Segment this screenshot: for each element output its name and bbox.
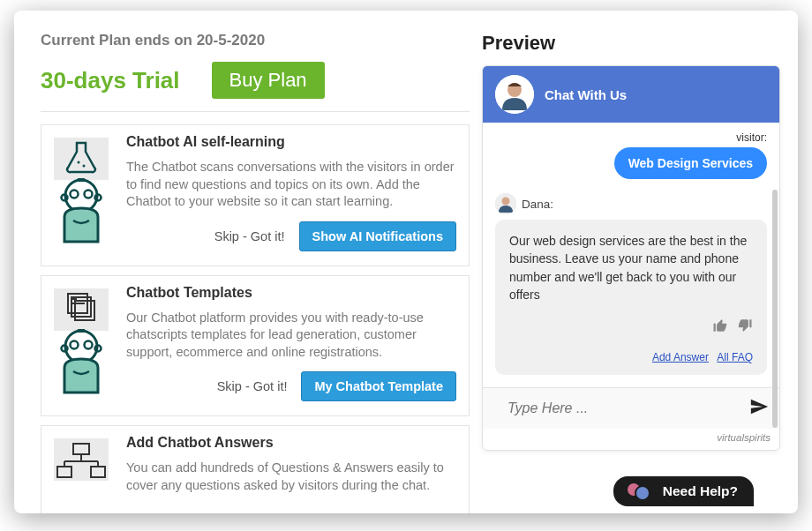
visitor-label: visitor:: [495, 131, 767, 144]
chat-input-row: [483, 387, 779, 429]
agent-avatar-small: [495, 193, 516, 214]
chat-body: visitor: Web Design Services Dana: Our w…: [483, 123, 779, 382]
buy-plan-button[interactable]: Buy Plan: [212, 62, 325, 99]
flowchart-icon: [52, 437, 110, 490]
svg-point-4: [71, 191, 79, 198]
card-icon: [50, 435, 112, 505]
scrollbar[interactable]: [772, 190, 778, 428]
chat-widget: Chat With Us visitor: Web Design Service…: [482, 65, 780, 451]
svg-point-32: [502, 198, 510, 206]
plan-ends-label: Current Plan ends on 20-5-2020: [41, 32, 470, 49]
avatar-icon: [495, 193, 516, 214]
thumbs-down-icon[interactable]: [737, 318, 753, 338]
left-column: Current Plan ends on 20-5-2020 30-days T…: [41, 32, 470, 513]
chat-header: Chat With Us: [483, 66, 779, 123]
add-answer-link[interactable]: Add Answer: [652, 351, 709, 363]
agent-name: Dana:: [522, 198, 553, 211]
card-title: Add Chatbot Answers: [126, 435, 456, 451]
help-avatars-icon: [626, 482, 656, 501]
powered-by: virtualspirits: [483, 429, 779, 450]
agent-message-bubble: Our web design services are the best in …: [495, 220, 767, 375]
card-title: Chatbot Templates: [126, 285, 456, 301]
avatar-icon: [495, 75, 534, 114]
card-title: Chatbot AI self-learning: [126, 134, 456, 150]
card-body: Add Chatbot Answers You can add hundreds…: [126, 435, 456, 505]
card-add-answers: Add Chatbot Answers You can add hundreds…: [41, 425, 470, 513]
agent-message-text: Our web design services are the best in …: [509, 232, 753, 303]
agent-row: Dana:: [495, 193, 767, 214]
need-help-button[interactable]: Need Help?: [613, 476, 754, 506]
card-chatbot-templates: Chatbot Templates Our Chatbot platform p…: [41, 275, 470, 417]
my-chatbot-template-button[interactable]: My Chatbot Template: [301, 371, 456, 401]
flask-robot-icon: [52, 136, 110, 251]
plan-row: 30-days Trial Buy Plan: [41, 62, 470, 112]
card-icon: [50, 285, 112, 402]
skip-link[interactable]: Skip - Got it!: [217, 379, 288, 393]
svg-rect-9: [54, 288, 109, 331]
card-description: You can add hundreds of Questions & Answ…: [126, 460, 456, 494]
skip-link[interactable]: Skip - Got it!: [214, 229, 285, 243]
svg-point-2: [83, 165, 86, 168]
chat-input[interactable]: [508, 400, 741, 416]
trial-title: 30-days Trial: [41, 67, 180, 94]
svg-rect-13: [71, 296, 77, 300]
card-actions: Skip - Got it! Show AI Notifications: [126, 221, 456, 251]
card-icon: [50, 134, 112, 251]
need-help-label: Need Help?: [663, 483, 738, 499]
svg-rect-14: [71, 303, 85, 304]
card-description: The Chatbot scans conversations with the…: [126, 159, 456, 211]
svg-point-1: [78, 161, 80, 164]
svg-point-16: [71, 340, 79, 348]
page-container: Current Plan ends on 20-5-2020 30-days T…: [14, 11, 798, 513]
svg-rect-6: [78, 178, 85, 182]
svg-rect-18: [78, 329, 85, 333]
all-faq-link[interactable]: All FAQ: [717, 351, 753, 363]
card-description: Our Chatbot platform provides you with r…: [126, 310, 456, 362]
send-icon[interactable]: [749, 397, 769, 420]
card-body: Chatbot Templates Our Chatbot platform p…: [126, 285, 456, 402]
card-body: Chatbot AI self-learning The Chatbot sca…: [126, 134, 456, 251]
right-column: Preview Chat With Us visitor: Web Design…: [482, 32, 780, 513]
agent-avatar-large: [495, 75, 534, 114]
card-actions: Skip - Got it! My Chatbot Template: [126, 371, 456, 401]
svg-point-17: [85, 340, 93, 348]
chat-header-title: Chat With Us: [545, 87, 627, 102]
visitor-message: Web Design Services: [614, 147, 767, 179]
svg-point-5: [85, 191, 93, 198]
show-ai-notifications-button[interactable]: Show AI Notifications: [299, 221, 457, 251]
feedback-row: [509, 318, 753, 338]
thumbs-up-icon[interactable]: [712, 318, 728, 338]
card-ai-self-learning: Chatbot AI self-learning The Chatbot sca…: [41, 124, 470, 266]
templates-robot-icon: [52, 287, 110, 401]
mini-links: Add Answer All FAQ: [509, 350, 753, 365]
preview-title: Preview: [482, 32, 780, 55]
